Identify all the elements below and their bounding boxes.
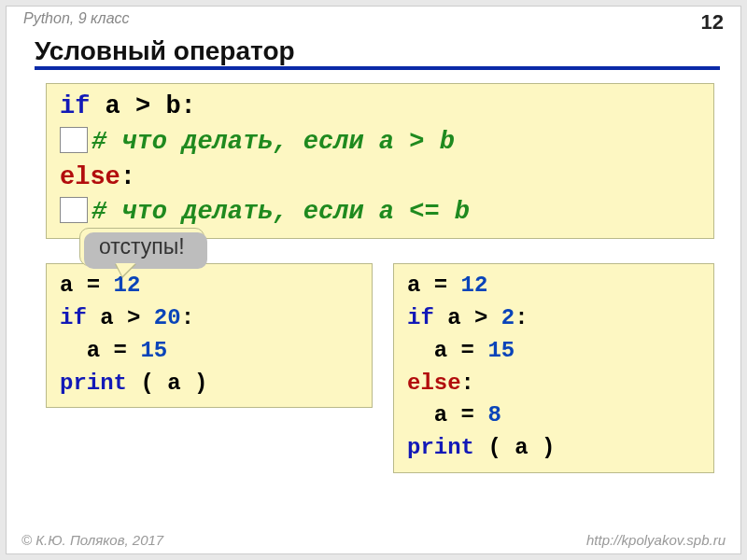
columns: отступы! a = 12 if a > 20: a = 15 print … — [46, 263, 714, 473]
code-line: a = 15 — [60, 335, 359, 368]
left-column: отступы! a = 12 if a > 20: a = 15 print … — [46, 263, 373, 408]
code-line: print ( a ) — [60, 368, 359, 400]
code-text: a = — [407, 402, 487, 427]
number: 20 — [154, 305, 181, 330]
code-text: a = — [407, 338, 487, 363]
number: 2 — [501, 305, 514, 330]
kw-if: if — [407, 305, 434, 330]
kw-else: else — [60, 163, 120, 191]
code-line: a = 8 — [407, 399, 700, 432]
code-text: ( a ) — [127, 371, 207, 396]
callout-indents: отступы! — [79, 228, 204, 266]
left-code-block: a = 12 if a > 20: a = 15 print ( a ) — [46, 263, 373, 408]
code-text: a = — [60, 273, 114, 298]
header: Python, 9 класс 12 — [7, 7, 740, 35]
code-text: a > — [87, 305, 154, 330]
code-line: if a > 2: — [407, 302, 700, 335]
title-block: Условный оператор — [35, 36, 720, 70]
indent-marker — [60, 127, 88, 153]
right-code-block: a = 12 if a > 2: a = 15 else: a = 8 prin… — [393, 263, 714, 473]
number: 15 — [487, 338, 514, 363]
code-text: : — [461, 371, 474, 396]
code-text: a = — [407, 273, 461, 298]
code-text: a > b: — [90, 92, 195, 120]
code-text: a > — [434, 305, 501, 330]
main-code-block: if a > b: # что делать, если a > b else:… — [46, 83, 714, 239]
code-line: a = 12 — [60, 270, 359, 302]
kw-print: print — [407, 435, 474, 460]
code-line: # что делать, если a > b — [60, 125, 700, 161]
code-line: else: — [407, 368, 700, 400]
number: 15 — [140, 338, 167, 363]
code-text: : — [181, 305, 194, 330]
number: 12 — [461, 273, 488, 298]
code-line: # что делать, если a <= b — [60, 195, 700, 231]
footer: © К.Ю. Поляков, 2017 http://kpolyakov.sp… — [7, 528, 740, 553]
slide: Python, 9 класс 12 Условный оператор if … — [6, 6, 741, 554]
number: 8 — [487, 402, 500, 427]
code-text: a = — [60, 338, 140, 363]
kw-print: print — [60, 371, 127, 396]
code-text: ( a ) — [474, 435, 555, 460]
code-line: a = 15 — [407, 335, 700, 368]
code-text: : — [120, 163, 135, 191]
indent-marker — [60, 197, 88, 223]
page-number: 12 — [701, 10, 724, 35]
page-title: Условный оператор — [35, 36, 295, 68]
code-line: else: — [60, 161, 700, 196]
kw-else: else — [407, 371, 461, 396]
comment: # что делать, если a <= b — [92, 198, 470, 226]
code-line: print ( a ) — [407, 432, 700, 465]
course-label: Python, 9 класс — [23, 10, 130, 27]
comment: # что делать, если a > b — [92, 128, 455, 156]
code-text: : — [514, 305, 528, 330]
code-line: if a > 20: — [60, 302, 359, 335]
footer-url: http://kpolyakov.spb.ru — [586, 532, 726, 548]
right-column: a = 12 if a > 2: a = 15 else: a = 8 prin… — [393, 263, 714, 473]
footer-copyright: © К.Ю. Поляков, 2017 — [21, 532, 163, 548]
kw-if: if — [60, 305, 87, 330]
code-line: if a > b: — [60, 90, 700, 125]
code-line: a = 12 — [407, 270, 700, 302]
callout-text: отступы! — [99, 234, 185, 259]
kw-if: if — [60, 92, 90, 120]
